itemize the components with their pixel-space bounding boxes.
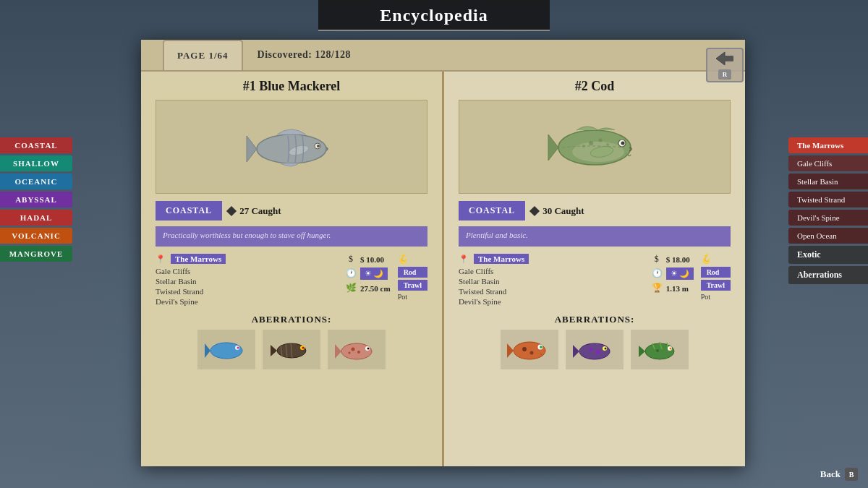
back-arrow-button[interactable]: R	[706, 48, 744, 82]
svg-point-11	[210, 343, 242, 359]
left-price-row: $ $ 10.00	[346, 254, 391, 265]
hook-icon-left: 🪝	[398, 254, 408, 265]
svg-marker-13	[271, 345, 277, 356]
right-location-2: Stellar Basin	[459, 276, 644, 286]
right-method-pot: Pot	[701, 293, 731, 301]
right-method-trawl: Trawl	[701, 280, 731, 291]
svg-point-30	[599, 139, 603, 142]
svg-point-39	[579, 343, 610, 359]
left-aberration-2	[263, 330, 320, 369]
sidebar-tab-hadal[interactable]: HADAL	[0, 210, 72, 226]
cod-illustration	[537, 114, 652, 179]
left-location-2: Stellar Basin	[156, 276, 339, 286]
book-header: PAGE 1/64 Discovered: 128/128	[141, 40, 745, 72]
blue-mackerel-illustration	[234, 114, 349, 179]
svg-marker-0	[716, 52, 725, 65]
sidebar-tab-twisted-strand[interactable]: Twisted Strand	[788, 192, 868, 207]
back-button[interactable]: Back B	[820, 468, 858, 481]
svg-point-6	[317, 145, 320, 147]
left-method-pot: Pot	[398, 293, 427, 301]
right-method-rod: Rod	[701, 267, 731, 278]
left-caught-badge: 27 Caught	[228, 205, 281, 217]
left-aberration-3	[328, 330, 386, 369]
right-page: #2 Cod	[444, 72, 745, 466]
sidebar-tab-aberrations[interactable]: Aberrations	[788, 266, 868, 284]
sun-icon-right: ☀	[671, 269, 678, 278]
svg-marker-40	[573, 345, 579, 358]
right-details-row: 📍 The Marrows Gale Cliffs Stellar Basin …	[459, 254, 731, 307]
left-size-row: 🌿 27.50 cm	[346, 283, 391, 294]
right-time-badge: ☀ 🌙	[666, 267, 694, 280]
sidebar-tab-exotic[interactable]: Exotic	[788, 246, 868, 264]
left-method-rod: Rod	[398, 267, 427, 278]
svg-marker-8	[205, 343, 210, 358]
left-price: $ 10.00	[360, 255, 384, 264]
sidebar-tab-gale-cliffs[interactable]: Gale Cliffs	[788, 155, 868, 171]
sidebar-tab-the-marrows[interactable]: The Marrows	[788, 137, 868, 153]
sidebar-tab-volcanic[interactable]: VOLCANIC	[0, 228, 72, 244]
clock-icon-right: 🕐	[652, 268, 662, 279]
back-arrow-icon	[715, 51, 735, 67]
svg-marker-24	[548, 134, 558, 160]
moon-icon-right: 🌙	[679, 269, 689, 278]
left-aberration-1	[197, 330, 255, 369]
svg-point-19	[367, 348, 370, 350]
svg-point-44	[597, 351, 600, 354]
left-zone-badge: COASTAL	[156, 201, 222, 221]
right-locations: 📍 The Marrows Gale Cliffs Stellar Basin …	[459, 254, 644, 307]
encyclopedia-title: Encyclopedia	[333, 6, 535, 25]
right-price: $ 18.00	[666, 255, 690, 264]
left-location-1: Gale Cliffs	[156, 266, 339, 276]
dollar-icon: $	[346, 254, 356, 265]
right-location-4: Devil's Spine	[459, 296, 644, 307]
right-location-3: Twisted Strand	[459, 286, 644, 296]
right-stats: $ $ 18.00 🕐 ☀ 🌙 🏆 1.13 m	[652, 254, 694, 307]
left-details-row: 📍 The Marrows Gale Cliffs Stellar Basin …	[156, 254, 427, 307]
sidebar-tab-stellar-basin[interactable]: Stellar Basin	[788, 174, 868, 189]
diamond-icon	[226, 205, 237, 215]
svg-point-48	[670, 348, 672, 350]
svg-marker-3	[247, 136, 257, 162]
left-description: Practically worthless but enough to stav…	[156, 226, 427, 247]
sidebar-right: The Marrows Gale Cliffs Stellar Basin Tw…	[788, 137, 868, 284]
svg-point-49	[656, 349, 659, 352]
left-location-4: Devil's Spine	[156, 296, 339, 307]
right-time-row: 🕐 ☀ 🌙	[652, 267, 694, 280]
svg-point-21	[357, 351, 360, 354]
svg-point-45	[645, 343, 674, 359]
svg-rect-1	[724, 56, 733, 61]
sun-icon: ☀	[365, 269, 372, 278]
left-entry-title: #1 Blue Mackerel	[156, 79, 427, 94]
svg-point-16	[341, 343, 372, 359]
book: PAGE 1/64 Discovered: 128/128 #1 Blue Ma…	[141, 40, 745, 466]
svg-marker-34	[507, 343, 514, 358]
left-info-section: COASTAL 27 Caught	[156, 201, 427, 221]
right-aberration-1	[501, 330, 558, 369]
sidebar-tab-abyssal[interactable]: ABYSSAL	[0, 192, 72, 207]
moon-icon: 🌙	[373, 269, 383, 278]
back-label: Back	[820, 468, 841, 480]
right-size-row: 🏆 1.13 m	[652, 283, 694, 294]
sidebar-tab-open-ocean[interactable]: Open Ocean	[788, 228, 868, 244]
discovered-label: Discovered: 128/128	[243, 40, 365, 70]
trophy-icon-right: 🏆	[652, 283, 662, 294]
left-location-primary: The Marrows	[171, 254, 226, 264]
svg-point-37	[522, 347, 527, 351]
sidebar-tab-shallow[interactable]: SHALLOW	[0, 155, 72, 171]
sidebar-tab-devils-spine[interactable]: Devil's Spine	[788, 210, 868, 226]
size-icon: 🌿	[346, 283, 356, 294]
svg-point-38	[530, 351, 534, 355]
sidebar-tab-coastal[interactable]: COASTAL	[0, 137, 72, 153]
sidebar-tab-mangrove[interactable]: MANGROVE	[0, 246, 72, 262]
diamond-icon-right	[529, 205, 540, 215]
sidebar-tab-oceanic[interactable]: OCEANIC	[0, 174, 72, 189]
svg-point-36	[540, 346, 542, 348]
svg-point-43	[590, 348, 592, 351]
right-aberrations-label: ABERRATIONS:	[459, 314, 731, 325]
location-pin-icon-right: 📍	[459, 254, 469, 264]
back-key-indicator: B	[845, 468, 858, 481]
left-fish-image	[156, 100, 427, 194]
right-aberration-3	[631, 330, 689, 369]
svg-point-28	[621, 142, 625, 145]
page-indicator: PAGE 1/64	[163, 40, 243, 70]
